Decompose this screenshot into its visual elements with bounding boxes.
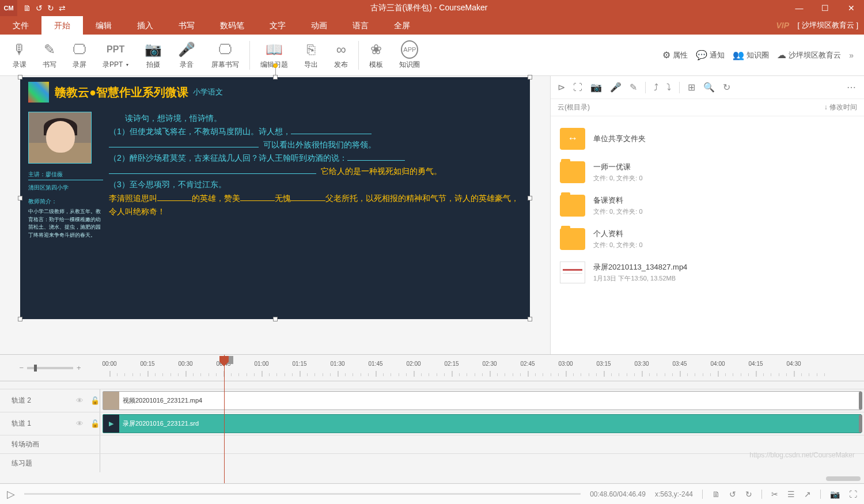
resize-handle-bc[interactable] <box>273 317 278 321</box>
list-item[interactable]: 录屏20210113_134827.mp41月13日 下午13:50, 13.5… <box>553 256 862 289</box>
menu-fullscreen[interactable]: 全屏 <box>381 16 423 35</box>
zoom-slider[interactable] <box>27 367 73 369</box>
breadcrumb[interactable]: 云(根目录) <box>558 103 590 112</box>
zoom-in-icon[interactable]: + <box>77 363 81 372</box>
undo-icon[interactable]: ↺ <box>36 3 43 13</box>
eye-icon[interactable]: 👁 <box>76 419 84 428</box>
cloud-icon: ☁ <box>777 50 786 60</box>
resize-handle-tr[interactable] <box>528 75 532 79</box>
zoom-control[interactable]: − + <box>0 355 100 381</box>
sp-crop-icon[interactable]: ⛶ <box>573 82 582 93</box>
sp-camera-icon[interactable]: 📷 <box>590 82 602 93</box>
resize-handle-bl[interactable] <box>18 317 22 321</box>
menu-anim[interactable]: 动画 <box>298 16 340 35</box>
statusbar: ▷ 00:48.60/04:46.49 x:563,y:-244 🗎 ↺ ↻ ✂… <box>0 483 864 504</box>
publish-button[interactable]: ∞发布 <box>326 39 356 71</box>
list-item[interactable]: 备课资料文件: 0, 文件夹: 0 <box>553 189 862 222</box>
sp-view-icon[interactable]: ⊞ <box>688 82 695 93</box>
timeline: − + 00:0000:1500:3000:4501:0001:1501:300… <box>0 354 864 483</box>
lock-icon[interactable]: 🔓 <box>90 419 100 428</box>
ppt-icon: PPT <box>107 40 124 59</box>
sb-cut-icon[interactable]: ✂ <box>771 490 778 499</box>
track-2-lane[interactable]: 视频20201016_223121.mp4 <box>100 389 864 412</box>
notification-button[interactable]: 💬通知 <box>696 50 725 60</box>
teacher-intro-head: 教师简介： <box>28 198 103 206</box>
menu-file[interactable]: 文件 <box>0 16 41 35</box>
record-ppt-button[interactable]: PPT录PPT ▾ <box>94 39 137 71</box>
sb-fullscreen-icon[interactable]: ⛶ <box>849 490 857 499</box>
play-button[interactable]: ▷ <box>7 488 15 501</box>
save-icon[interactable]: 🗎 <box>23 3 31 13</box>
canvas-area[interactable]: 赣教云●智慧作业系列微课 小学语文 主讲：廖佳薇 清田区第四小学 教师简介： 中… <box>0 76 550 354</box>
export-button[interactable]: ⎘导出 <box>296 39 326 71</box>
file-thumbnail <box>560 262 585 283</box>
chat-icon: 💬 <box>696 50 707 60</box>
menu-lang[interactable]: 语言 <box>340 16 381 35</box>
sort-button[interactable]: ↓ 修改时间 <box>824 103 857 112</box>
sp-download-icon[interactable]: ⤵ <box>666 82 671 93</box>
clip-handle[interactable] <box>859 392 862 410</box>
record-screen-button[interactable]: 🖵录屏 <box>65 39 94 71</box>
sb-arrow-icon[interactable]: ↗ <box>804 490 811 499</box>
camera-button[interactable]: 📷拍摄 <box>137 39 170 71</box>
rotation-handle[interactable] <box>273 63 278 68</box>
minimize-button[interactable]: — <box>786 0 812 16</box>
menu-edit[interactable]: 编辑 <box>83 16 124 35</box>
menu-insert[interactable]: 插入 <box>124 16 166 35</box>
sp-edit-icon[interactable]: ✎ <box>630 82 637 93</box>
slide[interactable]: 赣教云●智慧作业系列微课 小学语文 主讲：廖佳薇 清田区第四小学 教师简介： 中… <box>20 77 530 319</box>
menu-start[interactable]: 开始 <box>41 16 83 35</box>
list-item[interactable]: 单位共享文件夹 <box>553 122 862 156</box>
pencil-icon: ✎ <box>44 40 55 59</box>
template-button[interactable]: ❀模板 <box>361 39 391 71</box>
progress-slider[interactable] <box>24 493 581 495</box>
sb-undo-icon[interactable]: ↺ <box>729 490 736 499</box>
properties-button[interactable]: ⚙属性 <box>662 50 688 60</box>
resize-handle-tc[interactable] <box>273 75 278 79</box>
record-clip[interactable]: 录屏20201016_223121.srd <box>103 414 862 433</box>
knowledge-button[interactable]: APP知识圈 <box>391 39 428 71</box>
resize-handle-br[interactable] <box>528 317 532 321</box>
record-audio-button[interactable]: 🎤录音 <box>170 39 203 71</box>
zoom-out-icon[interactable]: − <box>19 363 24 372</box>
menu-pen[interactable]: 数码笔 <box>207 16 257 35</box>
menu-text[interactable]: 文字 <box>257 16 298 35</box>
eye-icon[interactable]: 👁 <box>76 396 84 405</box>
sb-save-icon[interactable]: 🗎 <box>712 490 720 499</box>
folder-icon <box>560 195 585 217</box>
sb-redo-icon[interactable]: ↻ <box>745 490 752 499</box>
video-clip[interactable]: 视频20201016_223121.mp4 <box>103 391 862 410</box>
ribbon-more-icon[interactable]: » <box>849 51 854 60</box>
swap-icon[interactable]: ⇄ <box>59 3 66 13</box>
clip-handle[interactable] <box>859 415 862 433</box>
sb-camera-icon[interactable]: 📷 <box>830 490 840 499</box>
menu-write[interactable]: 书写 <box>166 16 207 35</box>
sp-refresh-icon[interactable]: ↻ <box>723 82 730 93</box>
redo-icon[interactable]: ↻ <box>47 3 54 13</box>
track-1-lane[interactable]: 录屏20201016_223121.srd <box>100 412 864 435</box>
timeline-ruler[interactable]: 00:0000:1500:3000:4501:0001:1501:3001:45… <box>100 355 864 381</box>
app-logo: CM <box>0 0 17 16</box>
knowledge-circle-button[interactable]: 👥知识圈 <box>733 50 769 60</box>
sb-layers-icon[interactable]: ☰ <box>787 490 795 499</box>
sp-mic-icon[interactable]: 🎤 <box>610 82 622 93</box>
sp-play-icon[interactable]: ⊳ <box>558 82 565 93</box>
hscroll-thumb[interactable] <box>826 476 861 481</box>
write-button[interactable]: ✎书写 <box>35 39 65 71</box>
sp-search-icon[interactable]: 🔍 <box>703 82 715 93</box>
resize-handle-mr[interactable] <box>528 196 532 200</box>
record-lesson-button[interactable]: 🎙录课 <box>5 39 35 71</box>
resize-handle-ml[interactable] <box>18 196 22 200</box>
playhead[interactable] <box>224 355 225 483</box>
cloud-button[interactable]: ☁沙坪坝区教育云 <box>777 50 841 60</box>
resize-handle-tl[interactable] <box>18 75 22 79</box>
close-button[interactable]: ✕ <box>838 0 864 16</box>
maximize-button[interactable]: ☐ <box>812 0 838 16</box>
screen-write-button[interactable]: 🖵屏幕书写 <box>203 39 247 71</box>
titlebar: CM 🗎 ↺ ↻ ⇄ 古诗三首(课件包) - CourseMaker — ☐ ✕ <box>0 0 864 16</box>
list-item[interactable]: 个人资料文件: 0, 文件夹: 0 <box>553 222 862 256</box>
list-item[interactable]: 一师一优课文件: 0, 文件夹: 0 <box>553 156 862 189</box>
sp-more-icon[interactable]: ⋯ <box>847 82 857 93</box>
sp-upload-icon[interactable]: ⤴ <box>654 82 658 93</box>
lock-icon[interactable]: 🔓 <box>90 396 100 405</box>
